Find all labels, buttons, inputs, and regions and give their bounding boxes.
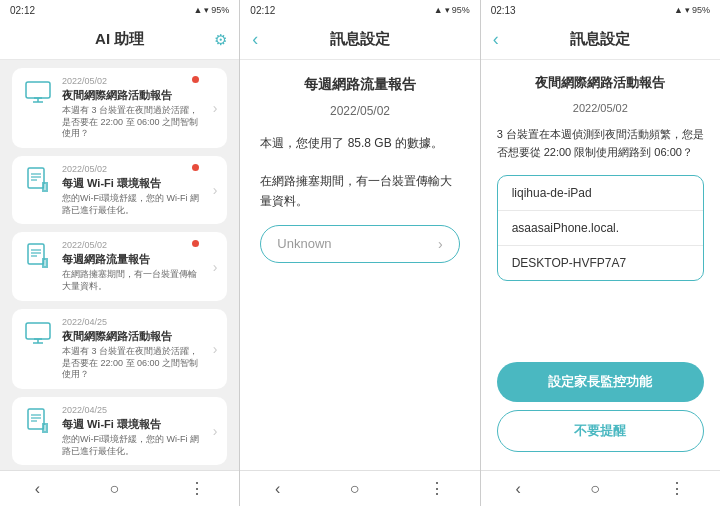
item-title: 每週 Wi-Fi 環境報告 [62, 176, 205, 191]
monitor-icon [22, 76, 54, 108]
s3-date: 2022/05/02 [497, 102, 704, 114]
item-date: 2022/04/25 [62, 405, 205, 415]
chevron-right-icon: › [213, 341, 218, 357]
screen-message-settings-1: 02:12 ▲ ▾ 95% ‹ 訊息設定 每週網路流量報告 2022/05/02… [240, 0, 480, 506]
status-icons-2: ▲ ▾ 95% [434, 5, 470, 15]
item-date: 2022/04/25 [62, 317, 205, 327]
svg-rect-20 [26, 323, 50, 339]
chevron-right-icon: › [213, 182, 218, 198]
s3-header: 夜間網際網路活動報告 [497, 74, 704, 92]
item-desc: 本週有 3 台裝置在夜間過於活躍，是否要在 22:00 至 06:00 之間智制… [62, 105, 205, 140]
item-desc: 在網路擁塞期間，有一台裝置傳輸大量資料。 [62, 269, 205, 292]
device-list-item[interactable]: liqihua-de-iPad [498, 176, 703, 211]
svg-rect-12 [28, 244, 44, 264]
device-list: liqihua-de-iPadasaasaiPhone.local.DESKTO… [497, 175, 704, 281]
item-desc: 您的Wi-Fi環境舒緩，您的 Wi-Fi 網路已進行最佳化。 [62, 434, 205, 457]
item-content: 2022/05/02 每週 Wi-Fi 環境報告 您的Wi-Fi環境舒緩，您的 … [62, 164, 205, 216]
screens-container: 02:12 ▲ ▾ 95% AI 助理 ⚙ 2022/05/02 夜間網際網路活… [0, 0, 720, 506]
nav-bar-2: ‹ 訊息設定 [240, 20, 479, 60]
wifi-icon-2: ▾ [445, 5, 450, 15]
item-desc: 您的Wi-Fi環境舒緩，您的 Wi-Fi 網路已進行最佳化。 [62, 193, 205, 216]
home-btn-1[interactable]: ○ [93, 476, 135, 502]
signal-icon-2: ▲ [434, 5, 443, 15]
action-buttons: 設定家長監控功能 不要提醒 [497, 362, 704, 456]
chevron-right-icon: › [213, 100, 218, 116]
signal-icon-3: ▲ [674, 5, 683, 15]
screen3-content: 夜間網際網路活動報告 2022/05/02 3 台裝置在本週偵測到夜間活動頻繁，… [481, 60, 720, 470]
back-btn-2[interactable]: ‹ [259, 476, 296, 502]
set-parental-control-btn[interactable]: 設定家長監控功能 [497, 362, 704, 402]
battery-1: 95% [211, 5, 229, 15]
nav-title-3: 訊息設定 [570, 30, 630, 49]
menu-btn-3[interactable]: ⋮ [653, 475, 701, 502]
item-content: 2022/05/02 夜間網際網路活動報告 本週有 3 台裝置在夜間過於活躍，是… [62, 76, 205, 140]
device-selector-btn[interactable]: Unknown › [260, 225, 459, 263]
msg-body-text-1: 本週，您使用了 85.8 GB 的數據。 [260, 136, 443, 150]
monitor-icon [22, 317, 54, 349]
status-bar-2: 02:12 ▲ ▾ 95% [240, 0, 479, 20]
home-btn-3[interactable]: ○ [574, 476, 616, 502]
back-icon-3[interactable]: ‹ [493, 29, 499, 50]
device-arrow-icon: › [438, 236, 443, 252]
msg-date-2: 2022/05/02 [260, 104, 459, 118]
time-2: 02:12 [250, 5, 275, 16]
s3-body: 3 台裝置在本週偵測到夜間活動頻繁，您是否想要從 22:00 限制使用網路到 0… [497, 126, 704, 161]
battery-3: 95% [692, 5, 710, 15]
doc-icon [22, 405, 54, 437]
home-btn-2[interactable]: ○ [334, 476, 376, 502]
list-item[interactable]: 2022/05/02 夜間網際網路活動報告 本週有 3 台裝置在夜間過於活躍，是… [12, 68, 227, 148]
msg-header-2: 每週網路流量報告 [260, 76, 459, 94]
doc-icon [22, 240, 54, 272]
item-content: 2022/04/25 每週 Wi-Fi 環境報告 您的Wi-Fi環境舒緩，您的 … [62, 405, 205, 457]
wifi-icon-1: ▾ [204, 5, 209, 15]
nav-bar-1: AI 助理 ⚙ [0, 20, 239, 60]
svg-rect-24 [28, 409, 44, 429]
item-date: 2022/05/02 [62, 164, 205, 174]
item-title: 每週 Wi-Fi 環境報告 [62, 417, 205, 432]
item-date: 2022/05/02 [62, 76, 205, 86]
bottom-nav-3: ‹ ○ ⋮ [481, 470, 720, 506]
list-item[interactable]: 2022/04/25 每週 Wi-Fi 環境報告 您的Wi-Fi環境舒緩，您的 … [12, 397, 227, 465]
device-list-item[interactable]: asaasaiPhone.local. [498, 211, 703, 246]
msg-body-text-2: 在網路擁塞期間，有一台裝置傳輸大量資料。 [260, 174, 452, 207]
time-3: 02:13 [491, 5, 516, 16]
item-content: 2022/04/25 夜間網際網路活動報告 本週有 3 台裝置在夜間過於活躍，是… [62, 317, 205, 381]
chevron-right-icon: › [213, 259, 218, 275]
back-btn-1[interactable]: ‹ [19, 476, 56, 502]
nav-title-2: 訊息設定 [330, 30, 390, 49]
device-placeholder: Unknown [277, 236, 331, 251]
list-item[interactable]: 2022/05/02 每週 Wi-Fi 環境報告 您的Wi-Fi環境舒緩，您的 … [12, 156, 227, 224]
bottom-nav-2: ‹ ○ ⋮ [240, 470, 479, 506]
screen-message-settings-2: 02:13 ▲ ▾ 95% ‹ 訊息設定 夜間網際網路活動報告 2022/05/… [481, 0, 720, 506]
list-item[interactable]: 2022/04/25 夜間網際網路活動報告 本週有 3 台裝置在夜間過於活躍，是… [12, 309, 227, 389]
status-bar-1: 02:12 ▲ ▾ 95% [0, 0, 239, 20]
device-list-item[interactable]: DESKTOP-HVFP7A7 [498, 246, 703, 280]
back-btn-3[interactable]: ‹ [499, 476, 536, 502]
screen-ai-assistant: 02:12 ▲ ▾ 95% AI 助理 ⚙ 2022/05/02 夜間網際網路活… [0, 0, 240, 506]
item-title: 夜間網際網路活動報告 [62, 88, 205, 103]
list-item[interactable]: 2022/05/02 每週網路流量報告 在網路擁塞期間，有一台裝置傳輸大量資料。… [12, 232, 227, 300]
item-title: 每週網路流量報告 [62, 252, 205, 267]
status-icons-3: ▲ ▾ 95% [674, 5, 710, 15]
chevron-right-icon: › [213, 423, 218, 439]
doc-icon [22, 164, 54, 196]
item-title: 夜間網際網路活動報告 [62, 329, 205, 344]
menu-btn-2[interactable]: ⋮ [413, 475, 461, 502]
wifi-icon-3: ▾ [685, 5, 690, 15]
gear-icon[interactable]: ⚙ [214, 31, 227, 49]
battery-2: 95% [452, 5, 470, 15]
screen2-content: 每週網路流量報告 2022/05/02 本週，您使用了 85.8 GB 的數據。… [240, 60, 479, 470]
menu-btn-1[interactable]: ⋮ [173, 475, 221, 502]
list-container: 2022/05/02 夜間網際網路活動報告 本週有 3 台裝置在夜間過於活躍，是… [0, 60, 239, 470]
svg-rect-4 [28, 168, 44, 188]
nav-title-1: AI 助理 [95, 30, 144, 49]
item-desc: 本週有 3 台裝置在夜間過於活躍，是否要在 22:00 至 06:00 之間智制… [62, 346, 205, 381]
no-remind-btn[interactable]: 不要提醒 [497, 410, 704, 452]
status-bar-3: 02:13 ▲ ▾ 95% [481, 0, 720, 20]
msg-body-2: 本週，您使用了 85.8 GB 的數據。 在網路擁塞期間，有一台裝置傳輸大量資料… [260, 134, 459, 211]
back-icon-2[interactable]: ‹ [252, 29, 258, 50]
svg-rect-0 [26, 82, 50, 98]
time-1: 02:12 [10, 5, 35, 16]
item-content: 2022/05/02 每週網路流量報告 在網路擁塞期間，有一台裝置傳輸大量資料。 [62, 240, 205, 292]
bottom-nav-1: ‹ ○ ⋮ [0, 470, 239, 506]
